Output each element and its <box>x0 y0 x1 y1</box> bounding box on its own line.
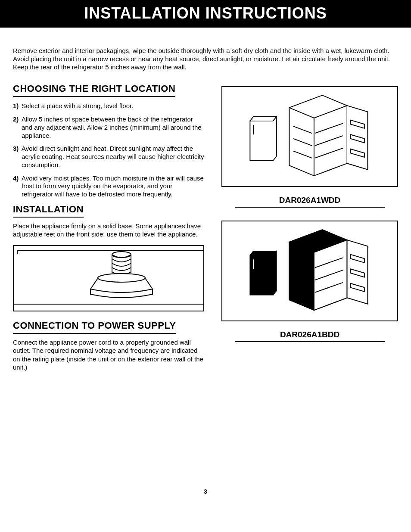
heading-choosing-location: CHOOSING THE RIGHT LOCATION <box>13 83 175 97</box>
intro-paragraph: Remove exterior and interior packagings,… <box>13 47 398 71</box>
list-marker: 3) <box>13 145 22 153</box>
list-text: Select a place with a strong, level floo… <box>22 102 133 109</box>
list-marker: 1) <box>13 102 22 110</box>
model-black-diagram <box>221 221 398 321</box>
leveling-foot-diagram <box>13 245 204 311</box>
svg-point-3 <box>98 274 145 282</box>
left-column: CHOOSING THE RIGHT LOCATION 1)Select a p… <box>13 80 204 376</box>
fridge-black-icon <box>244 221 376 320</box>
power-body: Connect the appliance power cord to a pr… <box>13 338 204 372</box>
leveling-foot-icon <box>14 246 203 311</box>
fridge-white-icon <box>244 87 376 186</box>
list-item: 4)Avoid very moist places. Too much mois… <box>13 174 204 199</box>
list-item: 2)Allow 5 inches of space between the ba… <box>13 115 204 140</box>
page-body: Remove exterior and interior packagings,… <box>0 28 411 504</box>
right-column: DAR026A1WDD <box>221 80 398 376</box>
heading-installation: INSTALLATION <box>13 204 84 218</box>
list-text: Avoid direct sunlight and heat. Direct s… <box>22 145 204 168</box>
installation-body: Place the appliance firmly on a solid ba… <box>13 222 204 239</box>
list-item: 3)Avoid direct sunlight and heat. Direct… <box>13 145 204 169</box>
location-steps-list: 1)Select a place with a strong, level fl… <box>13 102 204 199</box>
two-column-layout: CHOOSING THE RIGHT LOCATION 1)Select a p… <box>13 80 398 376</box>
page-title-bar: INSTALLATION INSTRUCTIONS <box>0 0 411 28</box>
list-text: Avoid very moist places. Too much moistu… <box>22 174 204 198</box>
model-white-diagram <box>221 86 398 187</box>
list-marker: 2) <box>13 115 22 124</box>
svg-point-0 <box>112 252 131 258</box>
model-white-label: DAR026A1WDD <box>235 196 385 208</box>
list-text: Allow 5 inches of space between the back… <box>22 115 202 139</box>
model-black-label: DAR026A1BDD <box>235 330 385 342</box>
heading-power: CONNECTION TO POWER SUPPLY <box>13 320 176 334</box>
list-item: 1)Select a place with a strong, level fl… <box>13 102 204 110</box>
list-marker: 4) <box>13 174 22 183</box>
page-title: INSTALLATION INSTRUCTIONS <box>84 4 327 22</box>
page-number: 3 <box>13 488 398 504</box>
